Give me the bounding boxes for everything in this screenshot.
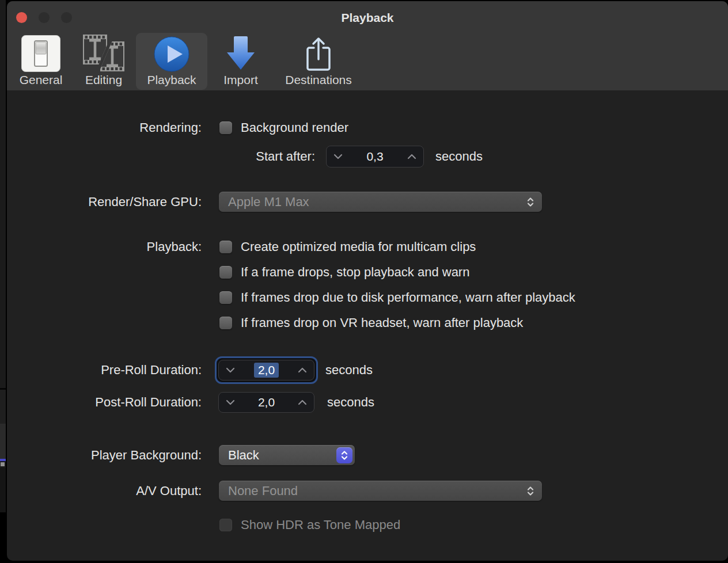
postroll-unit: seconds <box>327 395 374 410</box>
popup-accent-chevrons-icon[interactable] <box>336 447 352 463</box>
preroll-row: Pre-Roll Duration: 2,0 seconds <box>7 356 373 384</box>
postroll-label: Post-Roll Duration: <box>7 395 202 410</box>
desktop-background <box>0 424 6 459</box>
desktop-background <box>0 468 6 512</box>
hdr-row: Show HDR as Tone Mapped <box>7 518 400 532</box>
preroll-value[interactable]: 2,0 <box>219 360 314 380</box>
window-title: Playback <box>7 11 728 25</box>
preroll-label: Pre-Roll Duration: <box>7 363 202 378</box>
tab-import-label: Import <box>223 74 258 86</box>
start-after-label: Start after: <box>7 149 315 164</box>
vr-headset-warn-label: If frames drop on VR headset, warn after… <box>241 315 523 330</box>
editing-filmstrip-icon <box>82 34 125 72</box>
popup-chevrons-icon <box>526 485 534 497</box>
start-after-stepper[interactable]: 0,3 <box>326 146 424 168</box>
tab-general-label: General <box>20 74 63 86</box>
preroll-focus-ring: 2,0 <box>215 356 318 384</box>
tab-editing[interactable]: Editing <box>77 33 130 90</box>
rendering-row: Rendering: Background render <box>7 120 348 135</box>
av-output-popup: None Found <box>219 481 542 501</box>
tab-editing-label: Editing <box>85 74 122 86</box>
av-output-value: None Found <box>219 484 298 499</box>
optimized-multicam-label: Create optimized media for multicam clip… <box>241 239 476 254</box>
popup-chevrons-icon <box>526 196 534 208</box>
tab-general[interactable]: General <box>14 33 67 90</box>
playback-option-row: Playback: Create optimized media for mul… <box>7 239 476 254</box>
playback-label: Playback: <box>7 239 202 254</box>
tab-destinations-label: Destinations <box>285 74 352 86</box>
desktop-background <box>0 390 6 424</box>
desktop-background <box>1 462 5 466</box>
disk-performance-warn-checkbox[interactable] <box>219 291 232 304</box>
hdr-tone-mapped-checkbox <box>219 519 232 531</box>
playback-play-icon <box>154 36 189 72</box>
hdr-tone-mapped-label: Show HDR as Tone Mapped <box>241 518 400 532</box>
gpu-label: Render/Share GPU: <box>7 195 202 210</box>
preroll-stepper[interactable]: 2,0 <box>218 360 314 381</box>
player-background-value: Black <box>219 448 259 463</box>
tab-import[interactable]: Import <box>214 33 268 90</box>
gpu-row: Render/Share GPU: Apple M1 Max <box>7 192 542 212</box>
desktop-background <box>0 0 6 388</box>
tab-playback-label: Playback <box>147 74 196 86</box>
gpu-popup-value: Apple M1 Max <box>219 195 309 210</box>
postroll-value[interactable]: 2,0 <box>219 393 314 412</box>
disk-performance-warn-label: If frames drop due to disk performance, … <box>241 290 575 305</box>
general-switch-icon <box>21 35 60 72</box>
postroll-row: Post-Roll Duration: 2,0 seconds <box>7 392 374 413</box>
playback-option-row: If a frame drops, stop playback and warn <box>7 265 469 280</box>
postroll-stepper[interactable]: 2,0 <box>218 392 314 413</box>
destinations-share-icon <box>304 36 333 72</box>
av-output-row: A/V Output: None Found <box>7 481 542 501</box>
player-background-label: Player Background: <box>7 448 202 463</box>
rendering-label: Rendering: <box>7 120 202 135</box>
frame-drop-stop-checkbox[interactable] <box>219 266 232 279</box>
gpu-popup: Apple M1 Max <box>219 192 542 212</box>
vr-headset-warn-checkbox[interactable] <box>219 317 232 329</box>
player-background-row: Player Background: Black <box>7 445 355 465</box>
import-arrow-icon <box>226 35 256 72</box>
tab-playback[interactable]: Playback <box>136 33 207 90</box>
playback-option-row: If frames drop due to disk performance, … <box>7 290 575 305</box>
window-header: Playback General <box>7 1 728 90</box>
background-render-label: Background render <box>241 120 348 135</box>
start-after-value[interactable]: 0,3 <box>327 146 423 167</box>
av-output-label: A/V Output: <box>7 484 202 499</box>
start-after-row: Start after: 0,3 seconds <box>7 146 483 168</box>
player-background-popup[interactable]: Black <box>219 445 355 465</box>
tab-destinations[interactable]: Destinations <box>277 33 360 90</box>
background-render-checkbox[interactable] <box>219 121 232 134</box>
preroll-selected-text[interactable]: 2,0 <box>254 363 279 378</box>
optimized-multicam-checkbox[interactable] <box>219 241 232 253</box>
preferences-window: Playback General <box>7 1 728 561</box>
start-after-unit: seconds <box>435 149 483 164</box>
preroll-unit: seconds <box>325 363 373 378</box>
frame-drop-stop-label: If a frame drops, stop playback and warn <box>241 265 469 280</box>
playback-option-row: If frames drop on VR headset, warn after… <box>7 315 523 330</box>
